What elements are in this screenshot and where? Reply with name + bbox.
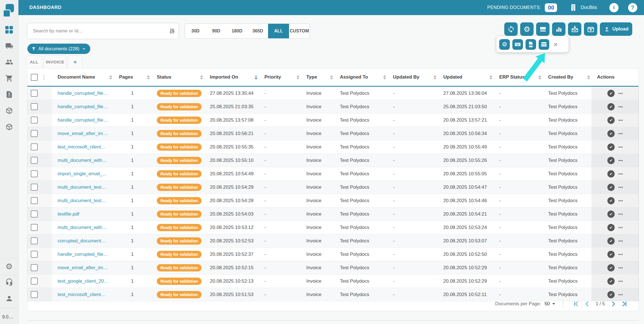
document-link[interactable]: handle_corrupted_file… (58, 117, 108, 123)
row-checkbox[interactable] (31, 224, 38, 231)
validate-action-icon[interactable]: ✔ (607, 117, 615, 124)
info-icon[interactable]: i (609, 3, 619, 12)
search-input[interactable] (32, 28, 166, 34)
row-menu-icon[interactable]: ••• (618, 225, 623, 230)
tab-all[interactable]: ALL (26, 56, 42, 68)
row-checkbox[interactable] (31, 130, 38, 137)
document-link[interactable]: import_single_email_… (58, 171, 107, 177)
next-page-button[interactable] (610, 301, 616, 307)
sort-icon[interactable] (538, 75, 541, 79)
row-checkbox[interactable] (31, 157, 38, 164)
row-checkbox[interactable] (31, 237, 38, 244)
document-link[interactable]: testfile.pdf (58, 211, 79, 217)
validate-action-icon[interactable]: ✔ (607, 130, 615, 137)
validate-action-icon[interactable]: ✔ (607, 197, 615, 204)
document-link[interactable]: multi_document_with… (58, 158, 107, 163)
validate-action-icon[interactable]: ✔ (607, 264, 615, 271)
document-link[interactable]: handle_corrupted_file… (58, 252, 108, 257)
document-link[interactable]: move_email_after_im… (58, 265, 108, 271)
row-checkbox[interactable] (31, 278, 38, 285)
column-type[interactable]: Type (301, 68, 334, 86)
document-link[interactable]: handle_corrupted_file… (58, 104, 108, 110)
column-assigned-to[interactable]: Assigned To (334, 68, 387, 86)
popup-table-columns-button[interactable] (539, 39, 549, 50)
sort-icon[interactable] (383, 75, 386, 79)
row-checkbox[interactable] (31, 143, 38, 150)
range-30d[interactable]: 30D (185, 24, 206, 38)
sort-icon[interactable] (109, 75, 112, 79)
validate-action-icon[interactable]: ✔ (607, 224, 615, 231)
row-menu-icon[interactable]: ••• (618, 185, 623, 189)
tab-invoice[interactable]: INVOICE (44, 56, 66, 68)
sidebar-item-purchase-orders[interactable] (0, 74, 18, 82)
range-all[interactable]: ALL (268, 24, 289, 38)
row-checkbox[interactable] (31, 197, 38, 204)
range-180d[interactable]: 180D (227, 24, 247, 38)
row-menu-icon[interactable]: ••• (618, 292, 623, 297)
validate-action-icon[interactable]: ✔ (607, 157, 615, 164)
document-link[interactable]: test_microsoft_client… (58, 144, 106, 150)
row-checkbox[interactable] (31, 117, 38, 124)
sort-icon[interactable] (434, 75, 436, 79)
sort-icon[interactable] (489, 75, 492, 79)
row-menu-icon[interactable]: ••• (618, 198, 623, 203)
export-tray-button[interactable] (584, 22, 597, 36)
sidebar-item-invoices[interactable]: $ (0, 90, 18, 99)
sort-icon[interactable] (330, 75, 333, 79)
row-menu-icon[interactable]: ••• (618, 158, 623, 162)
validate-action-icon[interactable]: ✔ (607, 90, 615, 97)
sidebar-item-shipments[interactable] (0, 42, 18, 50)
sidebar-item-contacts[interactable] (0, 58, 18, 66)
popup-log-button[interactable]: LOG (525, 39, 536, 50)
sync-button[interactable] (504, 22, 518, 36)
column-pages[interactable]: Pages (113, 68, 151, 86)
column-erp-status[interactable]: ERP Status (494, 68, 543, 86)
popup-keyboard-button[interactable] (512, 39, 523, 50)
row-menu-icon[interactable]: ••• (618, 239, 623, 243)
document-link[interactable]: multi_document_test… (58, 198, 106, 204)
row-checkbox[interactable] (31, 184, 38, 191)
row-checkbox[interactable] (31, 103, 38, 110)
sidebar-item-packages[interactable] (0, 107, 18, 115)
help-icon[interactable]: ? (628, 3, 637, 12)
validate-action-icon[interactable]: ✔ (607, 103, 615, 110)
row-menu-icon[interactable]: ••• (618, 91, 623, 95)
settings-button[interactable]: ⚙ (520, 22, 534, 36)
validate-action-icon[interactable]: ✔ (607, 237, 615, 245)
scanner-button[interactable] (536, 22, 550, 36)
row-checkbox[interactable] (31, 264, 38, 271)
app-logo-icon[interactable] (3, 2, 15, 18)
column-created-by[interactable]: Created By (543, 68, 591, 86)
row-menu-icon[interactable]: ••• (618, 105, 623, 109)
per-page-value[interactable]: 50 (544, 301, 550, 307)
validate-action-icon[interactable]: ✔ (607, 211, 615, 218)
last-page-button[interactable] (621, 301, 628, 307)
range-90d[interactable]: 90D (206, 24, 226, 38)
kebab-menu-icon[interactable]: ⋮ (41, 74, 47, 80)
column-imported-on[interactable]: Imported On (204, 68, 259, 86)
row-menu-icon[interactable]: ••• (618, 279, 623, 283)
column-priority[interactable]: Priority (259, 68, 301, 86)
first-page-button[interactable] (573, 301, 579, 307)
column-status[interactable]: Status (151, 68, 204, 86)
select-all-checkbox[interactable] (31, 74, 38, 81)
sort-icon[interactable] (587, 75, 590, 79)
validate-action-icon[interactable]: ✔ (607, 278, 615, 285)
add-tab-button[interactable]: + (68, 56, 82, 68)
sidebar-item-dashboard[interactable] (0, 25, 18, 34)
row-menu-icon[interactable]: ••• (618, 266, 623, 270)
popup-settings-button[interactable]: ⚙ (499, 39, 510, 50)
document-link[interactable]: handle_corrupted_file… (58, 91, 108, 96)
document-link[interactable]: corrupted_document… (58, 238, 106, 244)
document-link[interactable]: move_email_after_im… (58, 131, 108, 136)
building-icon[interactable] (569, 4, 577, 11)
mail-import-button[interactable] (568, 22, 581, 36)
document-link[interactable]: test_google_client_20… (58, 278, 108, 284)
row-menu-icon[interactable]: ••• (618, 252, 623, 256)
previous-page-button[interactable] (584, 301, 590, 307)
sidebar-item-support[interactable] (0, 278, 18, 286)
row-menu-icon[interactable]: ••• (618, 118, 623, 122)
row-checkbox[interactable] (31, 90, 38, 97)
upload-button[interactable]: Upload (600, 22, 632, 36)
per-page-dropdown-icon[interactable] (552, 303, 555, 305)
